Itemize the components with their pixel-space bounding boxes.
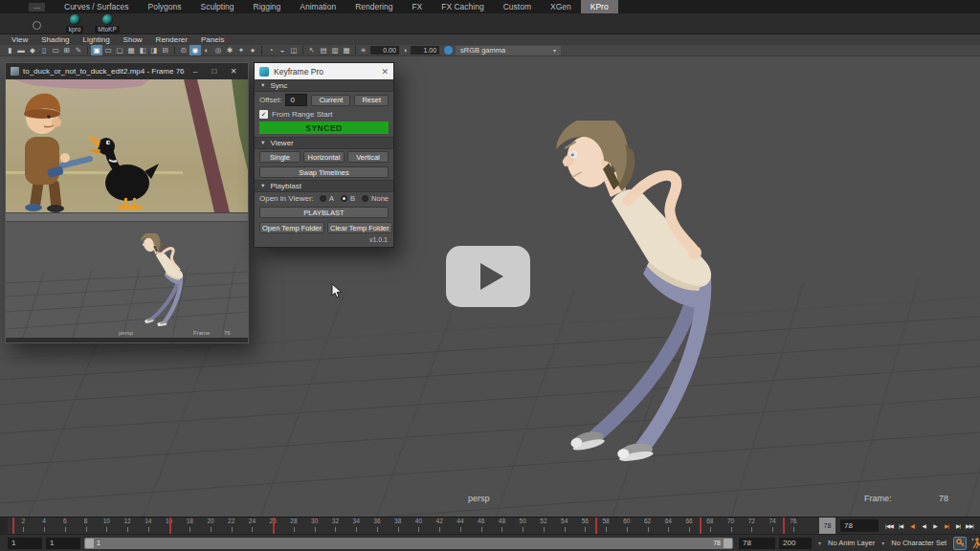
step-back-key-button[interactable]: ◀| bbox=[906, 518, 918, 533]
collapse-menu-button[interactable]: — bbox=[29, 3, 45, 11]
step-forward-key-button[interactable]: ▶| bbox=[941, 518, 952, 533]
motion-blur-icon[interactable]: ✱ bbox=[224, 45, 235, 55]
close-icon[interactable]: ✕ bbox=[381, 67, 389, 77]
snap-toggle-icon[interactable]: ▮ bbox=[4, 45, 15, 55]
grease-pencil-icon[interactable]: ✎ bbox=[73, 45, 84, 55]
shelf-button[interactable]: kpro bbox=[58, 14, 91, 33]
film-gate-icon[interactable]: ▣ bbox=[91, 45, 102, 55]
layout-single-icon[interactable]: ▤ bbox=[318, 45, 329, 55]
resolution-gate-icon[interactable]: ▭ bbox=[102, 45, 114, 55]
wireframe-shaded-icon[interactable]: ◫ bbox=[288, 45, 300, 55]
reference-video-panel[interactable] bbox=[6, 79, 248, 212]
auto-keyframe-toggle[interactable] bbox=[953, 537, 967, 550]
play-forwards-button[interactable]: ▶ bbox=[929, 518, 941, 533]
panel-menu-item[interactable]: Show bbox=[117, 35, 149, 44]
reset-button[interactable]: Reset bbox=[354, 95, 389, 106]
animation-preferences-button[interactable] bbox=[969, 537, 980, 550]
offset-input[interactable]: 0 bbox=[285, 94, 307, 106]
current-time-marker[interactable]: 78 bbox=[819, 518, 835, 534]
color-management-icon[interactable] bbox=[444, 46, 453, 55]
panel-menu-item[interactable]: Renderer bbox=[149, 35, 194, 44]
hud-toggle-icon[interactable]: ⊟ bbox=[160, 45, 171, 55]
panel-menu-item[interactable]: Panels bbox=[194, 35, 231, 44]
character-set-dropdown[interactable]: No Character Set bbox=[887, 538, 950, 549]
layout-split-icon[interactable]: ▥ bbox=[329, 45, 341, 55]
animation-start-field[interactable]: 1 bbox=[8, 538, 42, 549]
menu-set-tab[interactable]: XGen bbox=[541, 0, 581, 13]
isolate-select-icon[interactable]: ◔ bbox=[265, 45, 277, 55]
range-slider[interactable]: 1 78 bbox=[84, 538, 733, 549]
playback-end-field[interactable]: 78 bbox=[739, 538, 775, 549]
lighting-all-icon[interactable]: ⊙ bbox=[178, 45, 189, 55]
bookmark-icon[interactable]: ▯ bbox=[38, 45, 50, 55]
pan-zoom-icon[interactable]: ⊞ bbox=[61, 45, 73, 55]
play-backwards-button[interactable]: ◀ bbox=[918, 518, 929, 533]
open-in-viewer-radio[interactable]: A bbox=[320, 194, 334, 203]
vertical-button[interactable]: Vertical bbox=[347, 151, 389, 163]
animation-end-field[interactable]: 200 bbox=[779, 538, 812, 549]
menu-set-tab[interactable]: Polygons bbox=[139, 0, 191, 13]
swap-timelines-button[interactable]: Swap Timelines bbox=[259, 166, 389, 178]
minimize-button[interactable]: – bbox=[186, 63, 205, 79]
viewer-section-header[interactable]: ▼ Viewer bbox=[255, 137, 393, 149]
time-slider-track[interactable]: 2468101214161820222426283032343638404244… bbox=[8, 518, 819, 534]
clear-temp-folder-button[interactable]: Clear Temp Folder bbox=[327, 222, 392, 233]
xray-icon[interactable]: ◒ bbox=[277, 45, 288, 55]
select-arrow-icon[interactable]: ↖ bbox=[306, 45, 318, 55]
keyframe-pro-titlebar[interactable]: Keyframe Pro ✕ bbox=[255, 63, 393, 79]
maximize-button[interactable]: □ bbox=[205, 63, 224, 79]
playblast-preview-panel[interactable]: persp Frame 76 bbox=[6, 222, 248, 338]
panel-menu-item[interactable]: Shading bbox=[34, 35, 76, 44]
menu-set-tab[interactable]: Curves / Surfaces bbox=[55, 0, 139, 13]
playback-start-field[interactable]: 1 bbox=[46, 538, 80, 549]
multisample-icon[interactable]: ✦ bbox=[235, 45, 247, 55]
menu-set-tab[interactable]: Rigging bbox=[244, 0, 291, 13]
from-range-start-label[interactable]: From Range Start bbox=[272, 110, 333, 119]
current-button[interactable]: Current bbox=[311, 95, 350, 106]
gamma-field[interactable]: 1.00 bbox=[411, 46, 439, 55]
safe-action-icon[interactable]: ◧ bbox=[137, 45, 148, 55]
view-transform-dropdown[interactable]: sRGB gamma▾ bbox=[456, 46, 561, 55]
keyframe-pro-panel[interactable]: Keyframe Pro ✕ ▼ Sync Offset: 0 Current … bbox=[254, 62, 394, 248]
open-in-viewer-radio[interactable]: None bbox=[362, 194, 389, 203]
step-forward-frame-button[interactable]: ▶| bbox=[952, 518, 964, 533]
character-figure[interactable] bbox=[553, 121, 735, 465]
open-temp-folder-button[interactable]: Open Temp Folder bbox=[259, 222, 324, 233]
menu-set-tab[interactable]: KPro bbox=[581, 0, 618, 13]
field-chart-icon[interactable]: ▦ bbox=[125, 45, 137, 55]
video-play-button[interactable] bbox=[446, 246, 530, 307]
close-button[interactable]: ✕ bbox=[224, 63, 243, 79]
safe-title-icon[interactable]: ◨ bbox=[148, 45, 160, 55]
go-to-start-button[interactable]: |◀◀ bbox=[883, 518, 895, 533]
open-in-viewer-radio[interactable]: B bbox=[341, 194, 355, 203]
depth-of-field-icon[interactable]: ● bbox=[247, 45, 258, 55]
horizontal-button[interactable]: Horizontal bbox=[303, 151, 345, 163]
shadows-icon[interactable]: ◐ bbox=[201, 45, 212, 55]
playblast-section-header[interactable]: ▼ Playblast bbox=[255, 180, 393, 192]
step-back-frame-button[interactable]: |◀ bbox=[895, 518, 906, 533]
exposure-icon[interactable]: ✳ bbox=[361, 47, 367, 55]
lighting-default-icon[interactable]: ◉ bbox=[189, 45, 201, 55]
go-to-end-button[interactable]: ▶▶| bbox=[964, 518, 975, 533]
menu-set-tab[interactable]: Sculpting bbox=[191, 0, 244, 13]
sync-section-header[interactable]: ▼ Sync bbox=[255, 79, 393, 92]
checkbox-checked-icon[interactable]: ✓ bbox=[259, 110, 268, 119]
gamma-icon[interactable]: ◑ bbox=[403, 47, 407, 54]
occlusion-icon[interactable]: ◎ bbox=[212, 45, 224, 55]
camera-select-icon[interactable]: ▬ bbox=[15, 45, 27, 55]
playblast-button[interactable]: PLAYBLAST bbox=[259, 207, 389, 218]
image-plane-icon[interactable]: ▭ bbox=[50, 45, 61, 55]
range-end-handle[interactable] bbox=[724, 539, 732, 548]
menu-set-tab[interactable]: Custom bbox=[494, 0, 541, 13]
range-start-handle[interactable] bbox=[85, 539, 94, 548]
keyframe-pro-viewer-window[interactable]: to_duck_or_not_to_duck_edit2.mp4 - Frame… bbox=[5, 62, 249, 343]
panel-menu-item[interactable]: Lighting bbox=[77, 35, 117, 44]
exposure-field[interactable]: 0.00 bbox=[370, 46, 399, 55]
layout-quad-icon[interactable]: ▦ bbox=[341, 45, 352, 55]
anim-layer-dropdown[interactable]: No Anim Layer bbox=[824, 538, 879, 549]
menu-set-tab[interactable]: Rendering bbox=[345, 0, 402, 13]
menu-set-tab[interactable]: FX bbox=[402, 0, 432, 13]
viewer-window-titlebar[interactable]: to_duck_or_not_to_duck_edit2.mp4 - Frame… bbox=[6, 63, 248, 79]
panel-menu-item[interactable]: View bbox=[5, 35, 34, 44]
shelf-options-icon[interactable] bbox=[33, 21, 41, 30]
